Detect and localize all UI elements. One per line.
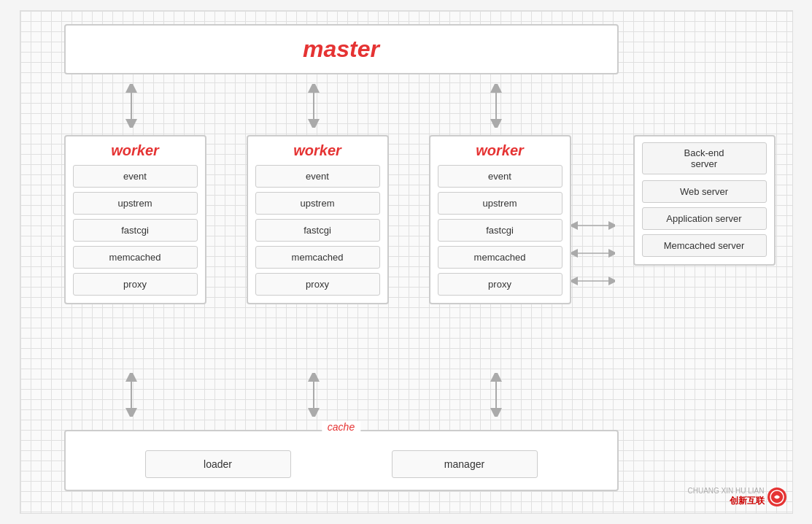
cache-loader: loader bbox=[145, 450, 291, 478]
worker1-upstrem: upstrem bbox=[73, 192, 198, 215]
backend-box: Back-endserver Web server Application se… bbox=[633, 135, 776, 266]
worker1-fastcgi: fastcgi bbox=[73, 219, 198, 242]
arrow-h-upstrem bbox=[571, 215, 615, 236]
worker-box-1: worker event upstrem fastcgi memcached p… bbox=[64, 135, 206, 304]
worker-box-2: worker event upstrem fastcgi memcached p… bbox=[247, 135, 389, 304]
diagram-container: master bbox=[20, 10, 793, 514]
worker3-fastcgi: fastcgi bbox=[438, 219, 562, 242]
worker1-event: event bbox=[73, 165, 198, 188]
worker2-upstrem: upstrem bbox=[255, 192, 380, 215]
worker-title-1: worker bbox=[73, 142, 198, 159]
cache-label: cache bbox=[322, 421, 360, 433]
backend-web-server: Web server bbox=[642, 180, 767, 203]
arrow-worker1-cache bbox=[121, 373, 142, 417]
worker-title-2: worker bbox=[255, 142, 380, 159]
worker3-upstrem: upstrem bbox=[438, 192, 562, 215]
backend-title: Back-endserver bbox=[642, 142, 767, 174]
worker-title-3: worker bbox=[438, 142, 562, 159]
worker1-proxy: proxy bbox=[73, 273, 198, 296]
arrow-h-memcached bbox=[571, 271, 615, 291]
watermark-text: 创新互联 bbox=[730, 495, 765, 507]
arrow-master-worker3 bbox=[486, 84, 506, 128]
arrow-worker2-cache bbox=[303, 373, 324, 417]
worker3-proxy: proxy bbox=[438, 273, 562, 296]
cache-box: cache loader manager bbox=[64, 430, 619, 491]
master-box: master bbox=[64, 24, 619, 74]
arrow-master-worker1 bbox=[121, 84, 142, 128]
arrow-master-worker2 bbox=[303, 84, 324, 128]
arrow-worker3-cache bbox=[486, 373, 506, 417]
worker3-event: event bbox=[438, 165, 562, 188]
worker3-memcached: memcached bbox=[438, 246, 562, 269]
watermark-subtitle: CHUANG XIN HU LIAN bbox=[687, 487, 764, 495]
worker2-proxy: proxy bbox=[255, 273, 380, 296]
cache-manager: manager bbox=[392, 450, 538, 478]
watermark-badge bbox=[767, 488, 786, 506]
worker2-event: event bbox=[255, 165, 380, 188]
backend-application-server: Application server bbox=[642, 207, 767, 230]
worker1-memcached: memcached bbox=[73, 246, 198, 269]
worker-box-3: worker event upstrem fastcgi memcached p… bbox=[429, 135, 571, 304]
arrow-h-fastcgi bbox=[571, 243, 615, 263]
watermark: CHUANG XIN HU LIAN 创新互联 bbox=[687, 487, 786, 507]
worker2-fastcgi: fastcgi bbox=[255, 219, 380, 242]
backend-memcached-server: Memcached server bbox=[642, 234, 767, 257]
worker2-memcached: memcached bbox=[255, 246, 380, 269]
master-label: master bbox=[303, 36, 379, 62]
